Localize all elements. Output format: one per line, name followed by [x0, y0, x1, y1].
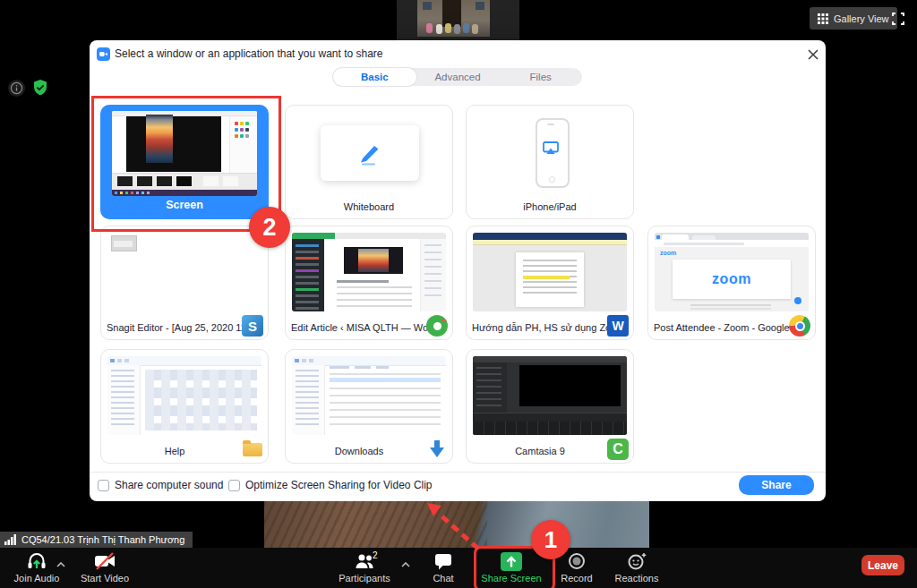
chrome-icon	[789, 315, 810, 337]
join-audio-label: Join Audio	[5, 573, 68, 584]
share-computer-sound-label: Share computer sound	[115, 479, 223, 491]
fullscreen-button[interactable]	[891, 12, 905, 26]
video-decor	[423, 2, 432, 10]
phone-outline-icon	[536, 118, 570, 188]
tile-edit-article[interactable]: Edit Article ‹ MISA QLTH — Word...	[285, 226, 453, 340]
tile-iphone-ipad[interactable]: iPhone/iPad	[466, 105, 634, 219]
close-icon[interactable]	[805, 47, 821, 63]
snagit-icon: S	[242, 315, 263, 337]
chat-label: Chat	[419, 573, 467, 584]
divider	[90, 472, 826, 473]
tab-files[interactable]: Files	[499, 68, 582, 86]
tile-screen-label: Screen	[100, 199, 269, 211]
fullscreen-icon	[892, 13, 904, 25]
start-video-label: Start Video	[73, 573, 136, 584]
tile-word-doc[interactable]: Hướng dẫn PH, HS sử dụng Zoo... W	[466, 226, 634, 340]
pen-icon	[355, 140, 385, 166]
browser-editor-thumbnail	[292, 233, 446, 311]
share-screen-label: Share Screen	[476, 573, 547, 584]
share-button[interactable]: Share	[739, 475, 814, 495]
security-shield-button[interactable]	[31, 79, 49, 100]
screen-thumbnail	[112, 111, 257, 196]
share-screen-button[interactable]: Share Screen	[476, 550, 547, 584]
tile-help-label: Help	[107, 446, 243, 456]
bridge-photo	[146, 115, 173, 163]
grid-icon	[818, 13, 828, 24]
explorer-icons-thumbnail	[107, 356, 261, 435]
reactions-smiley-icon	[626, 551, 647, 571]
tile-word-doc-label: Hướng dẫn PH, HS sử dụng Zoo...	[472, 322, 608, 333]
chat-bubble-icon	[433, 551, 454, 571]
tab-basic[interactable]: Basic	[333, 68, 416, 86]
tile-snagit[interactable]: Snagit Editor - [Aug 25, 2020 11:3... S	[100, 226, 269, 340]
camtasia-thumbnail	[473, 356, 627, 435]
participants-count: 2	[373, 550, 378, 560]
video-decor	[476, 2, 484, 10]
share-tabs: Basic Advanced Files	[333, 68, 582, 86]
info-icon	[10, 81, 23, 95]
tile-edit-article-label: Edit Article ‹ MISA QLTH — Word...	[291, 322, 427, 333]
tile-downloads[interactable]: Downloads	[285, 349, 453, 464]
dialog-title: Select a window or an application that y…	[115, 47, 383, 61]
tile-post-attendee-label: Post Attendee - Zoom - Google ...	[654, 322, 790, 333]
participant-name: CQ54/21.03 Trịnh Thị Thanh Phương	[21, 534, 184, 545]
share-select-dialog: Select a window or an application that y…	[90, 40, 826, 501]
optimize-video-clip-checkbox[interactable]	[228, 480, 240, 491]
screen-mirror-icon	[543, 141, 559, 156]
start-video-button[interactable]: Start Video	[73, 550, 136, 584]
whiteboard-card	[321, 125, 419, 181]
leave-button[interactable]: Leave	[861, 555, 904, 575]
tile-whiteboard-label: Whiteboard	[291, 201, 447, 212]
share-screen-icon	[501, 552, 522, 571]
download-arrow-icon	[426, 439, 448, 460]
participants-options-chevron[interactable]	[401, 555, 410, 571]
coccoc-browser-icon	[426, 315, 448, 337]
record-label: Record	[552, 573, 602, 584]
zoom-site-logo: zoom	[712, 271, 751, 287]
participants-button[interactable]: 2 Participants	[333, 550, 396, 584]
tab-advanced[interactable]: Advanced	[416, 68, 500, 86]
headset-icon	[26, 551, 47, 571]
audio-options-chevron[interactable]	[56, 555, 65, 571]
record-button[interactable]: Record	[552, 550, 602, 584]
tile-post-attendee[interactable]: zoom zoom Post Attendee - Zoom - Google …	[647, 226, 816, 340]
folder-icon	[242, 439, 263, 460]
participant-video-thumbnail	[417, 0, 490, 37]
camtasia-icon: C	[607, 439, 629, 460]
tile-screen[interactable]: Screen	[100, 105, 269, 219]
tile-whiteboard[interactable]: Whiteboard	[285, 105, 453, 219]
zoom-app-icon	[97, 47, 110, 61]
tile-downloads-label: Downloads	[291, 446, 427, 456]
gallery-view-button[interactable]: Gallery View	[810, 7, 897, 30]
participant-video-container	[397, 0, 519, 45]
record-icon	[566, 551, 587, 571]
participants-label: Participants	[333, 573, 396, 584]
explorer-details-thumbnail	[292, 356, 446, 435]
optimize-video-clip-label: Optimize Screen Sharing for Video Clip	[245, 479, 433, 491]
zoom-site-logo-small: zoom	[660, 250, 676, 256]
meeting-info-button[interactable]	[8, 80, 25, 97]
tile-iphone-label: iPhone/iPad	[472, 201, 628, 212]
main-video-strip	[264, 501, 649, 548]
tile-camtasia-label: Camtasia 9	[472, 446, 608, 456]
chrome-zoom-thumbnail: zoom zoom	[655, 233, 809, 311]
participant-name-badge: CQ54/21.03 Trịnh Thị Thanh Phương	[0, 532, 193, 548]
tile-snagit-label: Snagit Editor - [Aug 25, 2020 11:3...	[107, 322, 243, 333]
reactions-button[interactable]: Reactions	[611, 550, 663, 584]
snagit-thumbnail	[107, 233, 261, 311]
tile-help[interactable]: Help	[100, 349, 269, 464]
word-doc-thumbnail	[473, 233, 627, 311]
signal-strength-icon	[4, 534, 17, 545]
zoom-meeting-window: Gallery View Select a window or an appli…	[0, 0, 917, 588]
shield-check-icon	[31, 79, 49, 97]
gallery-view-label: Gallery View	[834, 13, 889, 24]
word-icon: W	[607, 315, 629, 337]
share-computer-sound-checkbox[interactable]	[98, 480, 109, 491]
reactions-label: Reactions	[611, 573, 663, 584]
video-decor	[426, 23, 433, 33]
tile-camtasia[interactable]: Camtasia 9 C	[466, 349, 634, 464]
video-camera-off-icon	[93, 551, 116, 571]
video-decor	[442, 0, 461, 27]
chat-button[interactable]: Chat	[419, 550, 467, 584]
